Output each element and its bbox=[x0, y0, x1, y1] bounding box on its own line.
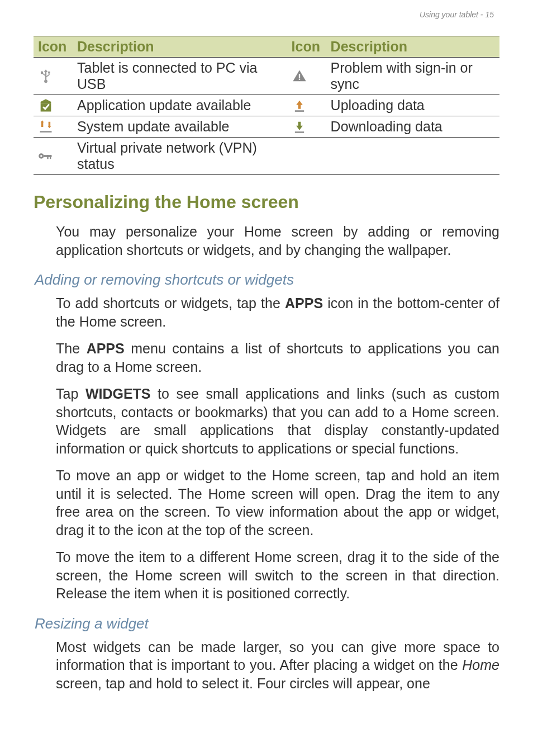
shortcuts-p2: The APPS menu contains a list of shortcu… bbox=[56, 339, 499, 376]
svg-rect-8 bbox=[40, 131, 52, 133]
cell-desc: Application update available bbox=[73, 95, 287, 116]
apps-label: APPS bbox=[87, 341, 125, 356]
cell-desc bbox=[326, 138, 499, 175]
warning-icon bbox=[287, 58, 326, 95]
svg-rect-5 bbox=[298, 79, 299, 80]
home-label: Home bbox=[462, 657, 499, 673]
breadcrumb: Using your tablet - 15 bbox=[420, 10, 494, 19]
svg-rect-7 bbox=[294, 110, 303, 112]
svg-rect-1 bbox=[45, 71, 46, 82]
cell-desc: Tablet is connected to PC via USB bbox=[73, 58, 287, 95]
vpn-icon bbox=[34, 138, 73, 175]
svg-rect-3 bbox=[48, 72, 50, 73]
download-icon bbox=[287, 116, 326, 138]
table-row: Application update available Uploading d… bbox=[34, 95, 499, 116]
shortcuts-p5: To move the item to a different Home scr… bbox=[56, 548, 499, 603]
shortcuts-p3: Tap WIDGETS to see small applications an… bbox=[56, 385, 499, 457]
page-header: Using your tablet - 15 bbox=[34, 0, 499, 25]
upload-icon bbox=[287, 95, 326, 116]
apps-label: APPS bbox=[285, 295, 323, 311]
cell-desc: Uploading data bbox=[326, 95, 499, 116]
svg-point-2 bbox=[41, 71, 43, 73]
resizing-heading: Resizing a widget bbox=[35, 615, 499, 632]
icon-description-table: Icon Description Icon Description Tablet… bbox=[34, 36, 499, 175]
shortcuts-p1: To add shortcuts or widgets, tap the APP… bbox=[56, 294, 499, 330]
cell-desc: Problem with sign-in or sync bbox=[326, 58, 499, 95]
empty-icon bbox=[287, 138, 326, 175]
header-desc-1: Description bbox=[73, 36, 287, 58]
text-span: Most widgets can be made larger, so you … bbox=[56, 639, 499, 673]
shortcuts-p4: To move an app or widget to the Home scr… bbox=[56, 466, 499, 539]
svg-rect-13 bbox=[47, 155, 48, 159]
table-header-row: Icon Description Icon Description bbox=[34, 36, 499, 58]
shortcuts-heading: Adding or removing shortcuts or widgets bbox=[35, 271, 499, 289]
svg-point-11 bbox=[40, 155, 42, 157]
header-desc-2: Description bbox=[326, 36, 499, 58]
svg-rect-9 bbox=[294, 131, 303, 133]
resizing-p1: Most widgets can be made larger, so you … bbox=[56, 638, 499, 693]
personalizing-paragraph: You may personalize your Home screen by … bbox=[56, 223, 499, 259]
table-row: Tablet is connected to PC via USB Proble… bbox=[34, 58, 499, 95]
table-row: System update available Downloading data bbox=[34, 116, 499, 138]
cell-desc: System update available bbox=[73, 116, 287, 138]
personalizing-heading: Personalizing the Home screen bbox=[34, 192, 499, 212]
cell-desc: Virtual private network (VPN) status bbox=[73, 138, 287, 175]
header-icon-2: Icon bbox=[287, 36, 326, 58]
svg-rect-14 bbox=[50, 155, 51, 159]
text-span: Tap bbox=[56, 386, 85, 401]
app-update-icon bbox=[34, 95, 73, 116]
widgets-label: WIDGETS bbox=[85, 386, 151, 401]
table-row: Virtual private network (VPN) status bbox=[34, 138, 499, 175]
header-icon-1: Icon bbox=[34, 36, 73, 58]
text-span: screen, tap and hold to select it. Four … bbox=[56, 675, 430, 691]
svg-rect-4 bbox=[298, 74, 299, 78]
text-span: The bbox=[56, 341, 87, 356]
cell-desc: Downloading data bbox=[326, 116, 499, 138]
system-update-icon bbox=[34, 116, 73, 138]
usb-icon bbox=[34, 58, 73, 95]
text-span: To add shortcuts or widgets, tap the bbox=[56, 295, 285, 311]
